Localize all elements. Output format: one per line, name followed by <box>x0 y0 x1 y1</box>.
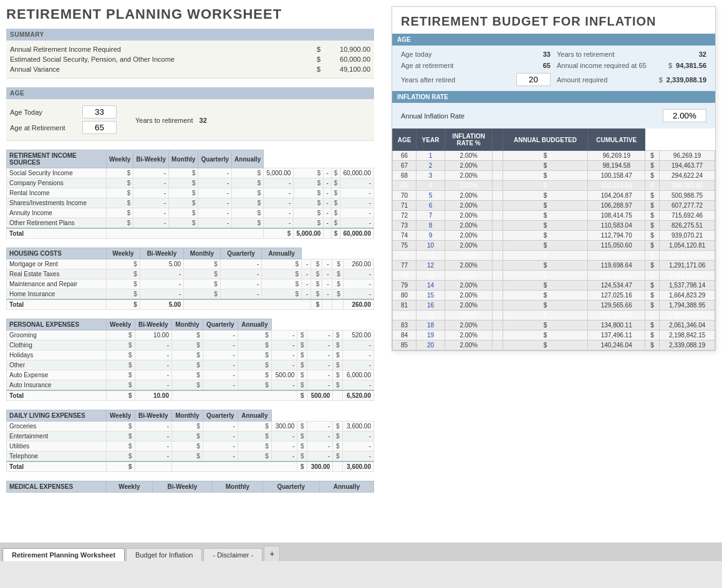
budget-annual-val: 122,092.61 <box>588 271 645 281</box>
table-row: Social Security Income $ - $ - $ 5,000.0… <box>7 168 374 178</box>
budget-table-row: 69 4 2.00% $ 102,161.64 $ 396,783.88 <box>393 181 715 191</box>
table-row: Company Pensions $ - $ - $ - $ - $ - <box>7 178 374 188</box>
budget-age-at-retirement-label: Age at retirement <box>401 62 539 69</box>
tab-budget[interactable]: Budget for Inflation <box>126 548 202 561</box>
budget-annual-val: 117,351.61 <box>588 251 645 261</box>
medical-col-quarterly: Quarterly <box>262 481 319 493</box>
table-row: Telephone $ - $ - $ - $ - $ - <box>7 451 374 462</box>
budget-rate-cell: 2.00% <box>445 340 493 350</box>
budget-annual-val: 134,800.11 <box>588 321 645 330</box>
total-weekly <box>135 461 172 472</box>
budget-age-today-row: Age today 33 <box>401 51 551 58</box>
cell-dollar3: $ <box>238 330 271 340</box>
cell-monthly: - <box>271 451 297 462</box>
personal-col-quarterly: Quarterly <box>203 319 238 330</box>
cell-dollar4: $ <box>311 279 322 289</box>
budget-age-cell: 80 <box>393 291 416 301</box>
budget-rate-cell: 2.00% <box>445 211 493 221</box>
budget-annual-val: 112,794.70 <box>588 231 645 241</box>
cell-dollar3: $ <box>262 289 302 300</box>
budget-year-cell: 6 <box>416 201 445 211</box>
budget-annual-val: 140,246.04 <box>588 340 645 350</box>
personal-col-annually: Annually <box>238 319 271 330</box>
budget-cumulative-val: 1,794,388.95 <box>660 301 715 311</box>
budget-rate-cell: 2.00% <box>445 151 493 161</box>
budget-annual-val: 132,156.97 <box>588 311 645 321</box>
summary-label-1: Annual Retirement Income Required <box>10 46 308 53</box>
years-to-retirement-label: Years to retirement <box>135 117 193 124</box>
budget-year-cell: 3 <box>416 171 445 181</box>
budget-th-spacer <box>493 129 503 151</box>
personal-col-monthly: Monthly <box>172 319 203 330</box>
total-row: Total $ $ 300.00 3,600.00 <box>7 461 374 472</box>
budget-table-row: 80 15 2.00% $ 127,025.16 $ 1,664,823.29 <box>393 291 715 301</box>
budget-age-cell: 84 <box>393 330 416 340</box>
tab-disclaimer[interactable]: - Disclaimer - <box>203 548 262 561</box>
total-weekly: 10.00 <box>135 390 172 401</box>
inflation-input[interactable] <box>663 109 706 122</box>
cell-weekly: - <box>135 380 172 391</box>
budget-annual-val: 98,194.58 <box>588 161 645 171</box>
budget-age-retirement-row: Age at retirement 65 <box>401 62 551 69</box>
housing-col-biweekly: Bi-Weekly <box>140 248 183 259</box>
cell-weekly: - <box>135 360 172 370</box>
budget-years-value: 32 <box>699 51 706 58</box>
budget-age-cell: 82 <box>393 311 416 321</box>
budget-year-cell: 14 <box>416 281 445 291</box>
cell-monthly: 300.00 <box>271 422 297 431</box>
budget-cum-dollar: $ <box>645 271 660 281</box>
age-today-input[interactable] <box>82 105 117 118</box>
cell-biweekly: - <box>220 279 261 289</box>
budget-th-cumulative: CUMULATIVE <box>588 129 645 151</box>
cell-dollar4: $ <box>311 289 322 300</box>
cell-annually: - <box>342 350 373 360</box>
total-label: Total <box>7 228 107 239</box>
budget-age-cell: 79 <box>393 281 416 291</box>
budget-annual-val: 110,583.04 <box>588 221 645 231</box>
budget-table-row: 84 19 2.00% $ 137,496.11 $ 2,198,842.15 <box>393 330 715 340</box>
cell-biweekly: - <box>220 259 261 269</box>
tab-retirement[interactable]: Retirement Planning Worksheet <box>2 548 125 561</box>
cell-annually: - <box>342 340 373 350</box>
budget-age-cell: 81 <box>393 301 416 311</box>
daily-section: DAILY LIVING EXPENSES Weekly Bi-Weekly M… <box>6 410 374 472</box>
budget-year-cell: 18 <box>416 321 445 330</box>
budget-cumulative-val: 194,463.77 <box>660 161 715 171</box>
budget-rate-cell: 2.00% <box>445 330 493 340</box>
daily-col-annually: Annually <box>238 410 271 422</box>
age-today-label: Age Today <box>10 108 79 116</box>
budget-annual-dollar: $ <box>503 151 588 161</box>
cell-quarterly: - <box>322 259 332 269</box>
cell-dollar: $ <box>107 330 135 340</box>
cell-weekly: - <box>135 422 172 431</box>
row-label: Home Insurance <box>7 289 107 300</box>
cell-weekly: - <box>140 269 183 279</box>
budget-table-row: 67 2 2.00% $ 98,194.58 $ 194,463.77 <box>393 161 715 171</box>
age-retirement-input[interactable] <box>82 121 117 134</box>
budget-cum-dollar: $ <box>645 330 660 340</box>
income-col-biweekly: Bi-Weekly <box>133 150 169 168</box>
budget-year-cell: 5 <box>416 191 445 201</box>
budget-rate-cell: 2.00% <box>445 201 493 211</box>
summary-label-3: Annual Variance <box>10 65 308 73</box>
budget-years-after-input[interactable] <box>516 73 551 86</box>
budget-cum-dollar: $ <box>645 151 660 161</box>
medical-col-label: MEDICAL EXPENSES <box>7 481 107 493</box>
tab-add-button[interactable]: + <box>264 546 280 561</box>
summary-value-1: 10,900.00 <box>320 46 370 53</box>
budget-annual-val: 137,496.11 <box>588 330 645 340</box>
total-monthly: 300.00 <box>307 461 333 472</box>
budget-table-row: 76 11 2.00% $ 117,351.61 $ 1,171,472.42 <box>393 251 715 261</box>
cell-weekly: - <box>135 350 172 360</box>
budget-cum-dollar: $ <box>645 191 660 201</box>
daily-col-monthly: Monthly <box>172 410 203 422</box>
row-label: Auto Insurance <box>7 380 107 391</box>
cell-dollar5: $ <box>333 451 342 462</box>
budget-title: RETIREMENT BUDGET FOR INFLATION <box>392 7 715 34</box>
daily-col-biweekly: Bi-Weekly <box>135 410 172 422</box>
cell-quarterly: - <box>307 441 333 451</box>
budget-year-cell: 10 <box>416 241 445 251</box>
housing-col-label: HOUSING COSTS <box>7 248 107 259</box>
budget-years-label: Years to retirement <box>557 51 695 58</box>
budget-table-row: 81 16 2.00% $ 129,565.66 $ 1,794,388.95 <box>393 301 715 311</box>
